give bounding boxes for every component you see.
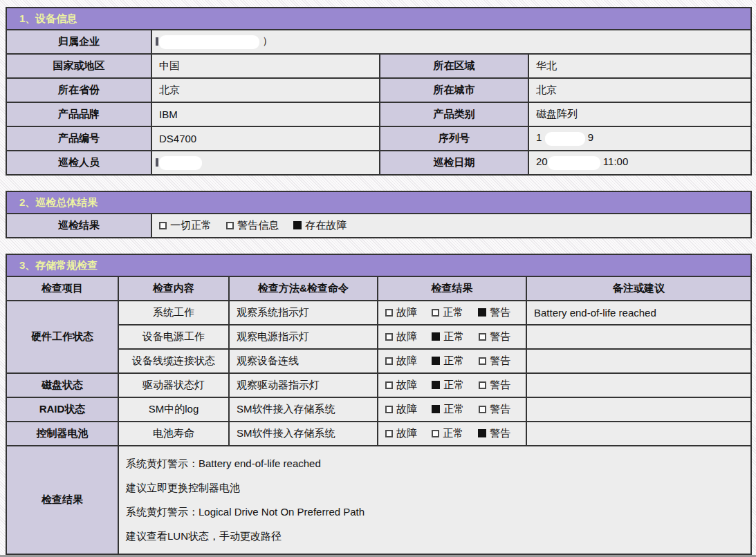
checkbox-option-fault[interactable]: 故障 xyxy=(385,427,417,440)
checkbox-label: 故障 xyxy=(396,330,417,343)
field-value-owner: ） xyxy=(151,30,751,54)
checkbox-icon xyxy=(432,405,440,413)
field-label-inspector: 巡检人员 xyxy=(6,151,151,175)
checkbox-label: 正常 xyxy=(443,355,464,368)
checkbox-option-warning[interactable]: 警告 xyxy=(479,355,510,368)
check-row: 磁盘状态 驱动器状态灯 观察驱动器指示灯 故障 正常 警告 xyxy=(6,373,751,397)
check-remark xyxy=(526,397,751,422)
check-row: 设备电源工作 观察电源指示灯 故障 正常 警告 xyxy=(6,325,751,349)
checkbox-icon xyxy=(479,357,486,365)
field-value-brand: IBM xyxy=(151,102,380,126)
checkbox-label: 故障 xyxy=(396,379,417,392)
checkbox-icon xyxy=(479,406,486,413)
table-row: 产品品牌 IBM 产品类别 磁盘阵列 xyxy=(6,102,751,126)
checkbox-label: 正常 xyxy=(443,427,463,440)
report-page: 1、设备信息 归属企业 ） 国家或地区 中国 所在区域 华北 所在省份 北京 所… xyxy=(0,0,756,555)
check-remark xyxy=(526,373,751,397)
checkbox-option-fault[interactable]: 故障 xyxy=(385,379,417,392)
section3-title-row: 3、存储常规检查 xyxy=(6,254,751,276)
serial-prefix: 1 xyxy=(536,131,542,143)
check-result: 故障 正常 警告 xyxy=(378,301,526,325)
checkbox-icon xyxy=(479,333,486,341)
checkbox-option-normal[interactable]: 正常 xyxy=(432,355,464,368)
checkbox-label: 警告 xyxy=(490,306,510,319)
col-header-content: 检查内容 xyxy=(118,276,229,301)
checkbox-option-warning[interactable]: 警告 xyxy=(478,427,510,440)
field-value-inspector xyxy=(151,151,380,175)
check-row: 硬件工作状态 系统工作 观察系统指示灯 故障 正常 警告 Battery end… xyxy=(6,301,751,325)
checkbox-icon xyxy=(385,357,393,365)
check-method: 观察电源指示灯 xyxy=(229,325,378,349)
check-content: 设备电源工作 xyxy=(118,325,229,349)
field-value-owner-suffix: ） xyxy=(262,35,273,46)
checkbox-icon xyxy=(385,430,393,437)
checkbox-icon xyxy=(385,309,393,317)
field-value-city: 北京 xyxy=(528,78,751,102)
table-row: 巡检人员 巡检日期 20 11:00 xyxy=(6,151,751,175)
checkbox-option-warning[interactable]: 警告 xyxy=(479,379,510,392)
check-row: 设备线缆连接状态 观察设备连线 故障 正常 警告 xyxy=(6,349,751,373)
check-method: SM软件接入存储系统 xyxy=(229,397,378,422)
section1-title: 1、设备信息 xyxy=(6,8,751,30)
checkbox-option-fault[interactable]: 故障 xyxy=(385,403,417,416)
field-label-region: 所在区域 xyxy=(380,54,528,78)
field-label-inspection-result: 巡检结果 xyxy=(6,214,151,238)
checkbox-label: 一切正常 xyxy=(170,219,212,232)
checkbox-icon xyxy=(432,332,440,341)
checkbox-label: 故障 xyxy=(396,427,417,440)
checkbox-option-normal[interactable]: 正常 xyxy=(432,427,463,440)
table-row: 所在省份 北京 所在城市 北京 xyxy=(6,78,751,102)
redacted-text xyxy=(159,156,202,170)
col-header-item: 检查项目 xyxy=(6,276,118,301)
checkbox-label: 故障 xyxy=(396,403,417,416)
checkbox-label: 存在故障 xyxy=(305,219,347,232)
checkbox-option-warning[interactable]: 警告 xyxy=(479,330,510,343)
table-row: 归属企业 ） xyxy=(6,30,751,54)
check-result: 故障 正常 警告 xyxy=(378,422,526,446)
serial-suffix: 9 xyxy=(588,131,593,143)
section3-title: 3、存储常规检查 xyxy=(6,254,751,276)
table-row: 产品编号 DS4700 序列号 1 9 xyxy=(6,126,751,151)
field-label-province: 所在省份 xyxy=(6,78,151,102)
checkbox-icon xyxy=(385,381,393,389)
checkbox-label: 故障 xyxy=(396,306,417,319)
checkbox-label: 警告信息 xyxy=(237,219,279,232)
checkbox-option-normal[interactable]: 正常 xyxy=(432,379,464,392)
checkbox-label: 警告 xyxy=(490,355,510,368)
redacted-text xyxy=(548,156,600,170)
field-value-category: 磁盘阵列 xyxy=(528,102,751,126)
summary-label: 检查结果 xyxy=(6,446,118,554)
field-label-model: 产品编号 xyxy=(6,126,151,151)
checkbox-option-normal[interactable]: 正常 xyxy=(432,403,464,416)
col-header-method: 检查方法&检查命令 xyxy=(229,276,378,301)
checkbox-option-fault[interactable]: 故障 xyxy=(385,355,417,368)
summary-line: 系统黄灯警示：Logical Drive Not On Preferred Pa… xyxy=(126,506,744,518)
field-label-category: 产品类别 xyxy=(380,102,528,126)
checkbox-option-normal[interactable]: 正常 xyxy=(432,330,464,343)
checkbox-option-fault-exists[interactable]: 存在故障 xyxy=(293,219,347,232)
checkbox-option-warning[interactable]: 警告 xyxy=(479,403,510,416)
field-label-serial: 序列号 xyxy=(380,126,528,151)
device-info-table: 1、设备信息 归属企业 ） 国家或地区 中国 所在区域 华北 所在省份 北京 所… xyxy=(6,7,752,176)
check-content: 设备线缆连接状态 xyxy=(118,349,229,373)
check-content: 驱动器状态灯 xyxy=(118,373,229,397)
checkbox-icon xyxy=(479,381,486,389)
checkbox-label: 正常 xyxy=(443,403,464,416)
section2-title-row: 2、巡检总体结果 xyxy=(6,191,751,214)
checkbox-option-warning-info[interactable]: 警告信息 xyxy=(226,219,279,232)
checkbox-label: 正常 xyxy=(443,330,464,343)
checkbox-option-normal[interactable]: 正常 xyxy=(432,306,463,319)
field-value-serial: 1 9 xyxy=(528,126,751,151)
check-remark xyxy=(526,349,751,373)
checkbox-option-fault[interactable]: 故障 xyxy=(385,330,417,343)
checkbox-option-warning[interactable]: 警告 xyxy=(478,306,510,319)
check-method: 观察驱动器指示灯 xyxy=(229,373,378,397)
table-row: 巡检结果 一切正常 警告信息 存在故障 xyxy=(6,214,751,238)
checkbox-option-all-normal[interactable]: 一切正常 xyxy=(159,219,212,232)
check-content: SM中的log xyxy=(118,397,229,422)
check-result: 故障 正常 警告 xyxy=(378,349,526,373)
check-content: 电池寿命 xyxy=(118,422,229,446)
check-row: 控制器电池 电池寿命 SM软件接入存储系统 故障 正常 警告 xyxy=(6,422,751,446)
check-item-hardware: 硬件工作状态 xyxy=(6,301,118,373)
checkbox-option-fault[interactable]: 故障 xyxy=(385,306,417,319)
